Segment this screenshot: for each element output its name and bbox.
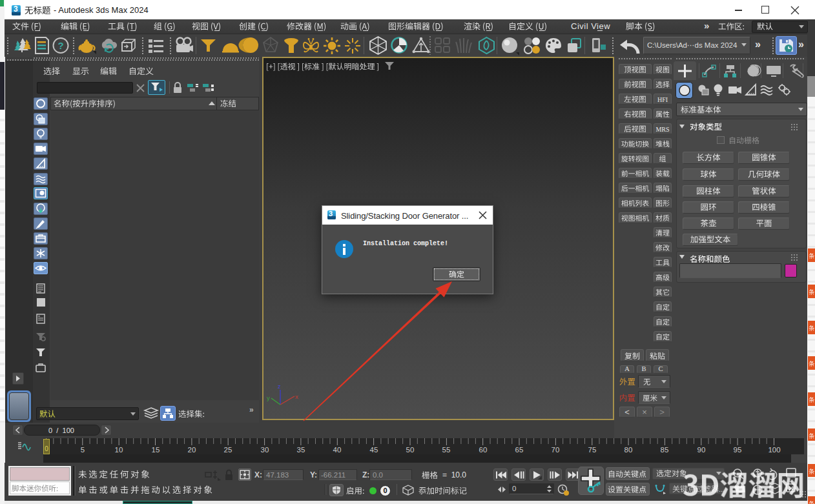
svg-text:?: ? xyxy=(57,40,63,51)
svg-text:y: y xyxy=(267,394,270,401)
svg-text:z: z xyxy=(278,383,281,390)
